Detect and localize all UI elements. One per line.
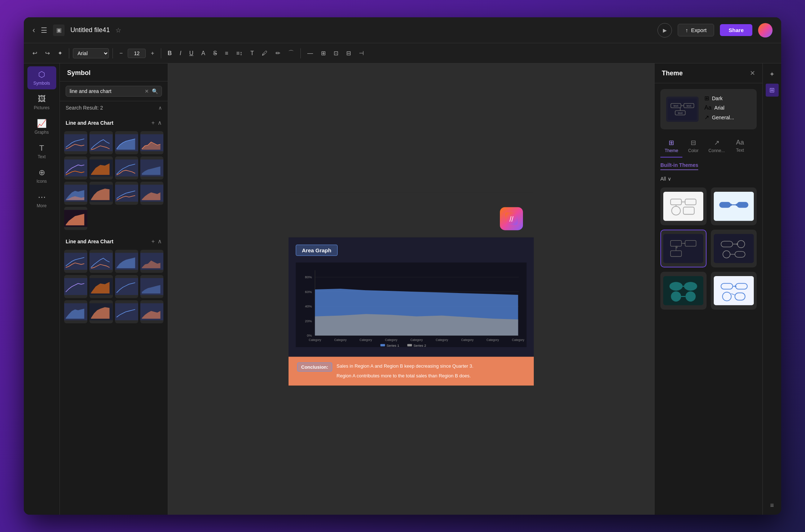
- toolbar: ↩ ↪ ✦ Arial Helvetica − + B I U A S ≡ ≡↕…: [24, 43, 781, 63]
- chart-thumb-1-12[interactable]: [140, 182, 163, 205]
- underline-button[interactable]: U: [186, 48, 197, 59]
- tab-text[interactable]: Aa Text: [729, 135, 751, 158]
- theme-card-1[interactable]: [660, 187, 707, 225]
- svg-point-110: [684, 282, 697, 291]
- chart-thumb-1-1[interactable]: [64, 131, 87, 154]
- sidebar-item-symbols[interactable]: ⬡ Symbols: [27, 66, 56, 89]
- layers-button[interactable]: ≡: [766, 499, 779, 512]
- magic-wand-button[interactable]: ✦: [766, 68, 779, 81]
- collapse-button[interactable]: ∧: [158, 105, 162, 111]
- bold-button[interactable]: B: [165, 48, 175, 59]
- section1-add-button[interactable]: +: [151, 119, 155, 126]
- chart-thumb-1-3[interactable]: [115, 131, 138, 154]
- export-button[interactable]: ↑ Export: [678, 24, 714, 36]
- chart-thumb-1-8[interactable]: [140, 156, 163, 179]
- sidebar-item-graphs[interactable]: 📈 Graphs: [27, 115, 56, 138]
- decrease-font-button[interactable]: −: [116, 48, 126, 59]
- list-button[interactable]: ≡↕: [233, 48, 245, 59]
- theme-card-2[interactable]: [711, 187, 757, 225]
- theme-tabs: ⊞ Theme ⊟ Color ↗ Conne... Aa Text: [655, 135, 762, 158]
- theme-toggle-button[interactable]: ⊞: [766, 84, 779, 97]
- font-icon: Aa: [704, 105, 712, 111]
- chart-thumb-1-10[interactable]: [89, 182, 113, 205]
- chart-thumb-2-1[interactable]: [64, 250, 87, 273]
- shape-button[interactable]: ⌒: [285, 47, 297, 59]
- tab-color[interactable]: ⊟ Color: [682, 135, 704, 158]
- builtin-themes-label: Built-in Themes: [660, 162, 698, 170]
- font-size-input[interactable]: [128, 49, 146, 58]
- border-button[interactable]: ⊞: [318, 48, 329, 59]
- font-select[interactable]: Arial Helvetica: [73, 48, 109, 58]
- chart-thumb-1-5[interactable]: [64, 156, 87, 179]
- magic-button[interactable]: ✦: [55, 48, 65, 59]
- text-color-button[interactable]: A: [198, 48, 208, 59]
- back-button[interactable]: ‹: [32, 26, 35, 35]
- canvas-area[interactable]: // Area Graph: [168, 63, 654, 515]
- theme-close-button[interactable]: ✕: [750, 69, 755, 77]
- chart-thumb-1-2[interactable]: [89, 131, 113, 154]
- theme-card-4[interactable]: [711, 230, 757, 267]
- italic-button[interactable]: I: [177, 48, 184, 59]
- file-title: Untitled file41: [70, 26, 110, 34]
- section1-collapse-button[interactable]: ∧: [158, 119, 162, 126]
- section1-title: Line and Area Chart: [66, 120, 114, 126]
- theme-connector-label: General...: [712, 115, 734, 120]
- increase-font-button[interactable]: +: [148, 48, 157, 59]
- section2-add-button[interactable]: +: [151, 238, 155, 245]
- chart-thumb-2-12[interactable]: [140, 300, 163, 323]
- share-button[interactable]: Share: [720, 24, 752, 36]
- chart-thumb-1-11[interactable]: [115, 182, 138, 205]
- chart-thumb-2-3[interactable]: [115, 250, 138, 273]
- align-button[interactable]: ≡: [222, 48, 231, 59]
- svg-rect-68: [407, 344, 412, 346]
- conclusion-label: Conclusion:: [297, 363, 332, 372]
- chart-thumb-1-6[interactable]: [89, 156, 113, 179]
- chart-thumb-1-9[interactable]: [64, 182, 87, 205]
- highlight-button[interactable]: 🖊: [259, 48, 270, 59]
- svg-point-90: [730, 204, 732, 206]
- chart-thumb-2-10[interactable]: [89, 300, 113, 323]
- shadow-button[interactable]: ⊡: [331, 48, 341, 59]
- section2-collapse-button[interactable]: ∧: [158, 238, 162, 245]
- pen-button[interactable]: ✏: [273, 48, 283, 59]
- svg-text:Category: Category: [461, 338, 474, 342]
- chart-thumb-1-13[interactable]: [64, 207, 87, 230]
- chart-thumb-1-4[interactable]: [140, 131, 163, 154]
- themes-filter[interactable]: All ∨: [655, 173, 762, 185]
- line-style-button[interactable]: —: [304, 48, 316, 59]
- textbox-button[interactable]: T: [247, 48, 257, 59]
- sidebar-item-text[interactable]: T Text: [27, 140, 56, 163]
- play-button[interactable]: ▶: [657, 23, 672, 37]
- chart-thumb-2-4[interactable]: [140, 250, 163, 273]
- strikethrough-button[interactable]: S: [210, 48, 220, 59]
- chart-section-1: Line and Area Chart + ∧: [64, 117, 163, 230]
- theme-card-3[interactable]: [660, 230, 707, 267]
- chart-canvas-block: Area Graph 0% 20%: [289, 238, 534, 357]
- chart-thumb-2-6[interactable]: [89, 275, 113, 298]
- layer-button[interactable]: ⊟: [343, 48, 354, 59]
- chart-thumb-2-7[interactable]: [115, 275, 138, 298]
- tab-theme[interactable]: ⊞ Theme: [660, 135, 682, 158]
- align-dist-button[interactable]: ⊣: [356, 48, 367, 59]
- connector-icon: ↗: [704, 114, 709, 121]
- search-input[interactable]: [70, 88, 142, 94]
- chart-thumb-2-2[interactable]: [89, 250, 113, 273]
- undo-button[interactable]: ↩: [30, 48, 40, 59]
- redo-button[interactable]: ↪: [42, 48, 53, 59]
- theme-card-6[interactable]: [711, 272, 757, 310]
- theme-card-5[interactable]: [660, 272, 707, 310]
- star-icon[interactable]: ☆: [115, 26, 121, 34]
- chart-thumb-2-8[interactable]: [140, 275, 163, 298]
- sidebar-item-icons[interactable]: ⊕ Icons: [27, 164, 56, 187]
- clear-search-button[interactable]: ✕: [145, 88, 149, 94]
- sidebar-item-more[interactable]: ⋯ More: [27, 189, 56, 212]
- search-button[interactable]: 🔍: [152, 88, 158, 94]
- chart-thumb-2-11[interactable]: [115, 300, 138, 323]
- sidebar-item-pictures[interactable]: 🖼 Pictures: [27, 91, 56, 114]
- chart-thumb-2-9[interactable]: [64, 300, 87, 323]
- text-nav-icon: T: [39, 143, 44, 153]
- chart-thumb-1-7[interactable]: [115, 156, 138, 179]
- menu-button[interactable]: ☰: [41, 26, 47, 35]
- tab-connector[interactable]: ↗ Conne...: [704, 135, 729, 158]
- chart-thumb-2-5[interactable]: [64, 275, 87, 298]
